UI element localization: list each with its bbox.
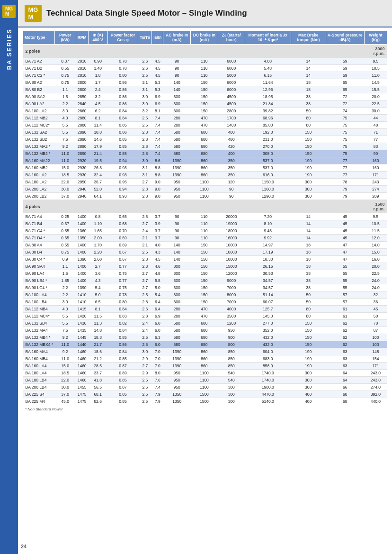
table-cell: 1980.0 [245, 384, 291, 391]
table-cell: 680 [191, 327, 218, 334]
table-cell: 1445 [76, 334, 88, 341]
table-cell: 1500 [191, 398, 218, 405]
table-cell: 55 [326, 263, 364, 270]
table-row: BA 180 LA222.0295036.70.952.79.095011001… [23, 179, 387, 186]
table-cell: BA 90 LB4 * [23, 277, 55, 284]
table-cell: BA 80 B2 [23, 86, 55, 93]
table-cell: 1350 [76, 235, 88, 242]
table-cell: 0.78 [107, 291, 138, 299]
col-weight: Weight (Kg) [364, 31, 387, 45]
table-cell: 1400 [76, 263, 88, 270]
table-cell: 45 [364, 306, 387, 313]
table-cell: 59 [326, 58, 364, 65]
table-cell: 41.8 [88, 377, 107, 384]
table-row: BA 132 MBX4 *11.0144021.70.862.56.058068… [23, 341, 387, 348]
table-cell: BA 90 LA4 [23, 270, 55, 277]
table-cell: 190 [291, 355, 326, 363]
table-cell: BA 90 SA4 [23, 263, 55, 270]
table-cell: 0.86 [107, 93, 138, 100]
table-cell: 308.0 [245, 150, 291, 157]
table-row: BA 200 LA230.0294052.00.942.89.095011009… [23, 186, 387, 193]
table-cell: 6.15 [245, 72, 291, 79]
table-cell: 2.8 [138, 186, 152, 193]
table-cell: 62 [326, 327, 364, 334]
table-cell: 110 [191, 235, 218, 242]
table-cell: 2950 [76, 179, 88, 186]
table-cell: 160 [364, 157, 387, 164]
table-cell: 5.4 [152, 291, 163, 299]
table-cell: 32 [364, 291, 387, 299]
table-cell: 11.5 [88, 313, 107, 320]
section-header-row: 4 poles1500 r.p.m. [23, 200, 387, 214]
table-cell: 7.4 [152, 115, 163, 122]
table-cell: 1400 [76, 270, 88, 277]
table-cell: BA 225 S4 [23, 391, 55, 398]
table-cell: 90 [163, 235, 191, 242]
table-row: BA 100 LA23.028606.20.843.28.13001502800… [23, 108, 387, 115]
table-cell: 18 [291, 256, 326, 263]
table-cell: 15.0 [364, 249, 387, 256]
table-cell: 2.00 [88, 235, 107, 242]
table-cell: 2.5 [138, 334, 152, 341]
table-cell: BA 180 LA4 [23, 370, 55, 377]
table-cell: 2.8 [138, 150, 152, 157]
table-cell: 858.0 [245, 363, 291, 370]
table-cell: 148 [364, 348, 387, 355]
table-cell: 2940 [76, 186, 88, 193]
table-cell: 34.57 [245, 277, 291, 284]
table-row: BA 132 MB2 *11.0289021.40.852.87.4580680… [23, 150, 387, 157]
table-cell: BA 132 MB2 * [23, 150, 55, 157]
table-cell: 2.60 [88, 256, 107, 263]
table-cell: 350 [218, 172, 245, 179]
table-row: BA 90 LA22.228404.50.863.06.930015045002… [23, 100, 387, 108]
table-cell: 950 [163, 370, 191, 377]
table-cell: 59 [326, 65, 364, 72]
table-cell: 62 [326, 334, 364, 341]
table-cell: 77 [326, 157, 364, 164]
table-cell: 1100 [191, 370, 218, 377]
table-cell: 10.5 [364, 65, 387, 72]
table-cell: 64.1 [88, 193, 107, 200]
table-cell: 300 [291, 186, 326, 193]
table-cell: 7.4 [152, 136, 163, 143]
table-cell: 5.48 [245, 65, 291, 72]
table-cell: 18 [291, 79, 326, 86]
table-cell: 860 [191, 348, 218, 355]
table-row: BA 80 A40.5514001.700.692.14.01401501000… [23, 242, 387, 249]
table-cell: 10.5 [364, 220, 387, 227]
table-cell: 6.0 [152, 341, 163, 348]
table-row: BA 132 MB4 *9.2144518.30.852.56.35806809… [23, 334, 387, 341]
table-cell: 243.0 [364, 377, 387, 384]
table-cell: 3.1 [138, 79, 152, 86]
table-cell: 150 [191, 93, 218, 100]
table-cell: 0.80 [107, 72, 138, 79]
table-cell: 14.0 [364, 242, 387, 249]
table-cell: 0.86 [107, 129, 138, 136]
table-cell: 2.2 [54, 100, 76, 108]
table-cell: 59 [326, 72, 364, 79]
table-cell: 6000 [218, 65, 245, 72]
table-cell: 90 [163, 72, 191, 79]
table-cell: 16.0 [364, 256, 387, 263]
table-cell: 1.8 [88, 72, 107, 79]
table-cell: 9.2 [54, 334, 76, 341]
table-cell: 1400 [76, 213, 88, 220]
table-cell: 79 [326, 193, 364, 200]
table-cell: 77 [326, 164, 364, 172]
table-row: BA 100 LB43.014106.50.802.86.43001507000… [23, 299, 387, 306]
table-cell: 62 [326, 320, 364, 327]
table-cell: 6.9 [152, 313, 163, 320]
table-row: BA 90 LB4 *1.8514004.30.772.75.830015090… [23, 277, 387, 284]
table-cell: 150 [291, 327, 326, 334]
table-cell: BA 80 C4 * [23, 256, 55, 263]
table-cell: 3.2 [138, 108, 152, 115]
table-cell: BA 90 LA2 [23, 100, 55, 108]
table-cell: 18000 [218, 227, 245, 235]
table-cell: 52.0 [88, 186, 107, 193]
table-cell: 64 [326, 377, 364, 384]
table-cell: 683.0 [245, 355, 291, 363]
table-cell: 2.5 [138, 213, 152, 220]
table-cell: 2.4 [138, 320, 152, 327]
table-cell: 150 [191, 263, 218, 270]
table-cell: 150 [191, 284, 218, 291]
